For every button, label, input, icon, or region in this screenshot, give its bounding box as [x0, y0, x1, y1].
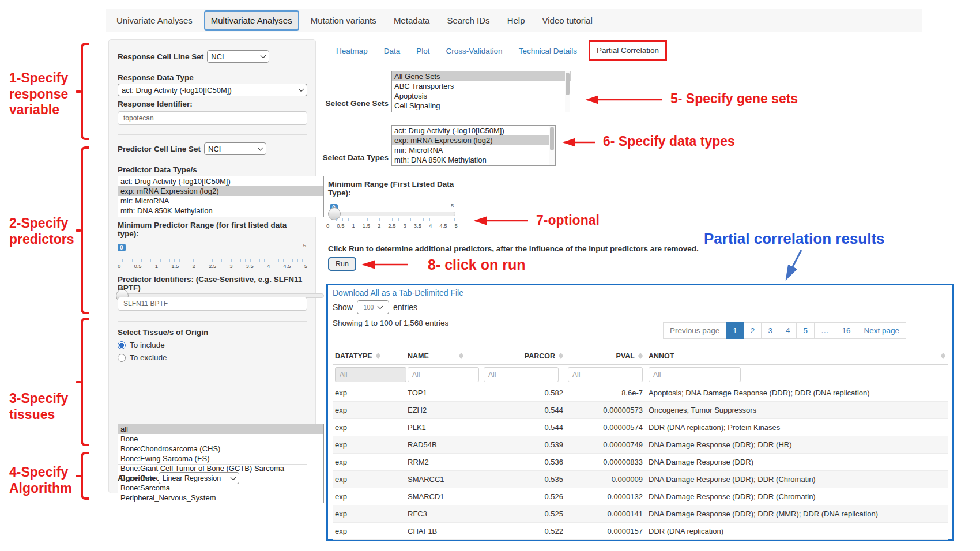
page-number-button[interactable]: 5	[796, 322, 815, 339]
cell-parcor: 0.535	[484, 475, 563, 484]
table-row[interactable]: exp RRM2 0.536 0.00000833 DNA Damage Res…	[333, 454, 948, 471]
nav-tab[interactable]: Multivariate Analyses	[204, 10, 299, 31]
scrollbar[interactable]	[565, 71, 570, 112]
main-tab[interactable]: Plot	[408, 41, 438, 61]
filter-annot-input[interactable]	[649, 367, 741, 382]
app-screen: 1-Specify response variable 2-Specify pr…	[0, 0, 980, 551]
listbox-option[interactable]: mir: MicroRNA	[392, 145, 555, 155]
tissue-exclude-option[interactable]: To exclude	[118, 353, 307, 362]
sort-icon[interactable]	[459, 353, 463, 359]
tick-label: 3	[404, 222, 406, 229]
listbox-option[interactable]: mth: DNA 850K Methylation	[392, 155, 555, 165]
tissue-include-option[interactable]: To include	[118, 341, 307, 349]
listbox-option[interactable]: Bone:Sarcoma	[118, 483, 323, 493]
listbox-option[interactable]: ABC Transporters	[392, 81, 571, 91]
column-label: DATATYPE	[335, 352, 372, 360]
radio-include[interactable]	[118, 341, 126, 349]
listbox-option[interactable]: Bone:Chondrosarcoma (CHS)	[118, 444, 323, 454]
column-header-annot[interactable]: ANNOT	[643, 352, 948, 360]
listbox-option[interactable]: act: Drug Activity (-log10[IC50M])	[118, 176, 323, 186]
listbox-option[interactable]: exp: mRNA Expression (log2)	[118, 186, 323, 196]
listbox-option[interactable]: Peripheral_Nervous_System	[118, 493, 323, 503]
table-row[interactable]: exp EZH2 0.544 0.00000573 Oncogenes; Tum…	[333, 402, 948, 419]
page-number-button[interactable]: 1	[726, 322, 744, 339]
listbox-option[interactable]: Apoptosis	[392, 91, 571, 101]
listbox-option[interactable]: act: Drug Activity (-log10[IC50M])	[392, 126, 555, 135]
predictor-cell-line-set-select[interactable]: NCI	[204, 142, 266, 155]
response-data-type-select[interactable]: act: Drug Activity (-log10[IC50M])	[118, 84, 307, 96]
listbox-option[interactable]: all	[118, 424, 323, 434]
algorithm-select[interactable]: Linear Regression	[159, 472, 239, 484]
cell-name: CHAF1B	[408, 527, 484, 535]
top-navigation: Univariate AnalysesMultivariate Analyses…	[106, 9, 922, 32]
page-number-button[interactable]: 2	[744, 322, 762, 339]
cell-parcor: 0.536	[484, 458, 563, 466]
column-header-parcor[interactable]: PARCOR	[484, 352, 563, 360]
predictor-identifiers-input[interactable]	[118, 297, 307, 311]
cell-annot: DDR (DNA replication); Protein Kinases	[643, 423, 948, 432]
download-link[interactable]: Download All as a Tab-Delimited File	[333, 288, 463, 297]
table-row[interactable]: exp SMARCC1 0.535 0.000009 DNA Damage Re…	[333, 471, 948, 488]
next-page-button[interactable]: Next page	[857, 322, 906, 339]
cell-pval: 0.00000833	[563, 458, 643, 466]
show-entries-row: Show 100 entries	[333, 300, 417, 314]
page-number-button[interactable]: …	[814, 322, 836, 339]
filter-name-input[interactable]	[408, 367, 479, 382]
pagination: Previous page 12345…16 Next page	[664, 322, 906, 339]
nav-tab[interactable]: Search IDs	[441, 12, 495, 29]
algorithm-label: Algorithm	[118, 474, 154, 482]
main-tab[interactable]: Partial Correlation	[589, 40, 667, 61]
filter-parcor-input[interactable]	[484, 367, 559, 382]
listbox-option[interactable]: Bone	[118, 434, 323, 444]
column-header-name[interactable]: NAME	[408, 352, 484, 360]
page-size-select[interactable]: 100	[357, 300, 389, 314]
divider	[118, 134, 307, 135]
main-tab[interactable]: Technical Details	[511, 41, 585, 61]
cell-annot: DNA Damage Response (DDR)	[643, 458, 948, 466]
table-row[interactable]: exp CHAF1B 0.522 0.0000157 DDR (DNA repl…	[333, 523, 948, 540]
response-cell-line-set-select[interactable]: NCI	[207, 50, 269, 63]
listbox-option[interactable]: mir: MicroRNA	[118, 196, 323, 206]
page-number-button[interactable]: 4	[779, 322, 797, 339]
scrollbar[interactable]	[549, 126, 555, 165]
sort-icon[interactable]	[559, 353, 563, 359]
page-number-button[interactable]: 3	[761, 322, 779, 339]
sort-icon[interactable]	[638, 353, 643, 359]
listbox-option[interactable]: exp: mRNA Expression (log2)	[392, 135, 555, 145]
radio-exclude[interactable]	[118, 354, 126, 362]
listbox-option[interactable]: All Gene Sets	[392, 71, 571, 81]
column-header-datatype[interactable]: DATATYPE	[333, 352, 408, 360]
nav-tab[interactable]: Univariate Analyses	[111, 12, 198, 29]
cell-name: SMARCC1	[408, 475, 484, 484]
table-row[interactable]: exp SMARCD1 0.526 0.0000132 DNA Damage R…	[333, 488, 948, 505]
nav-tab[interactable]: Metadata	[388, 12, 436, 29]
page-number-button[interactable]: 16	[835, 322, 857, 339]
sort-icon[interactable]	[376, 353, 380, 359]
column-header-pval[interactable]: PVAL	[563, 352, 643, 360]
listbox-option[interactable]: Cell Signaling	[392, 101, 571, 111]
previous-page-button[interactable]: Previous page	[663, 322, 726, 339]
table-row[interactable]: exp PLK1 0.544 0.00000574 DDR (DNA repli…	[333, 419, 948, 436]
main-tab[interactable]: Heatmap	[328, 41, 376, 61]
tick-label: 5	[455, 222, 458, 229]
annotation-step4: 4-Specify Algorithm	[9, 465, 77, 496]
run-button[interactable]: Run	[328, 257, 356, 271]
table-row[interactable]: exp RFC3 0.525 0.0000141 DNA Damage Resp…	[333, 505, 948, 523]
main-tab[interactable]: Data	[376, 41, 409, 61]
table-header-row: DATATYPE NAME PARCOR PVAL ANNOT	[333, 348, 948, 365]
filter-datatype-input[interactable]	[335, 367, 406, 382]
listbox-option[interactable]: Bone:Ewing Sarcoma (ES)	[118, 454, 323, 463]
min-range-slider[interactable]	[330, 212, 455, 216]
sort-icon[interactable]	[941, 353, 945, 359]
main-tab[interactable]: Cross-Validation	[438, 41, 511, 61]
nav-tab[interactable]: Help	[502, 12, 531, 29]
nav-tab[interactable]: Mutation variants	[305, 12, 382, 29]
listbox-option[interactable]: mth: DNA 850K Methylation	[118, 206, 323, 216]
scrollbar-thumb[interactable]	[566, 73, 570, 95]
scrollbar-thumb[interactable]	[550, 127, 554, 150]
table-row[interactable]: exp TOP1 0.582 8.6e-7 Apoptosis; DNA Dam…	[333, 384, 948, 402]
response-identifier-input[interactable]	[118, 111, 307, 125]
filter-pval-input[interactable]	[568, 367, 643, 382]
nav-tab[interactable]: Video tutorial	[536, 12, 598, 29]
table-row[interactable]: exp RAD54B 0.539 0.00000749 DNA Damage R…	[333, 436, 948, 454]
